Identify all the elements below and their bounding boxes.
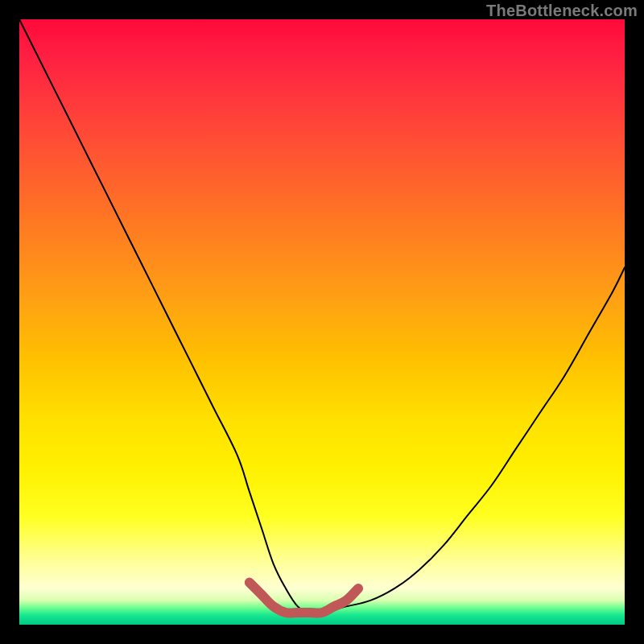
optimal-band-path <box>250 582 358 613</box>
watermark-text: TheBottleneck.com <box>486 2 638 20</box>
plot-area <box>19 19 625 625</box>
chart-svg <box>19 19 625 625</box>
bottleneck-curve-path <box>19 19 625 613</box>
chart-frame: TheBottleneck.com <box>0 0 644 644</box>
